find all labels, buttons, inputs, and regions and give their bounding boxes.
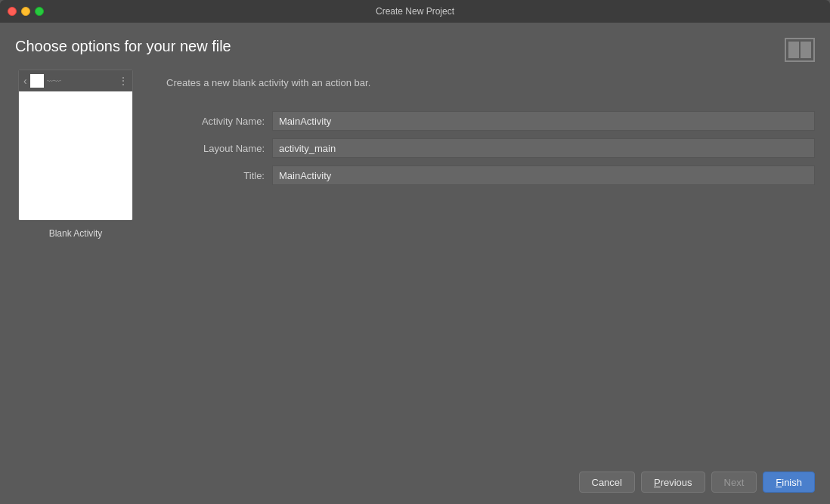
- close-button[interactable]: [8, 7, 17, 16]
- dialog-content: ‹ 〰〰 ⋮ Blank Activity Creates a new blan…: [0, 70, 830, 460]
- maximize-button[interactable]: [35, 7, 44, 16]
- title-bar: Create New Project: [0, 0, 830, 23]
- panel-icon-left: [788, 42, 799, 58]
- next-button[interactable]: Next: [711, 472, 757, 493]
- minimize-button[interactable]: [21, 7, 30, 16]
- panel-toggle-icon[interactable]: [785, 38, 815, 62]
- preview-header: ‹ 〰〰 ⋮: [19, 70, 132, 91]
- form-grid: Activity Name: Layout Name: Title:: [166, 111, 815, 185]
- finish-label: Finish: [776, 477, 802, 488]
- window-title: Create New Project: [376, 6, 454, 17]
- back-icon: ‹: [23, 75, 27, 87]
- dialog-header: Choose options for your new file: [0, 23, 830, 70]
- layout-name-input[interactable]: [272, 138, 815, 158]
- activity-preview: ‹ 〰〰 ⋮: [18, 70, 133, 221]
- activity-type-label: Blank Activity: [49, 228, 103, 239]
- dialog: Choose options for your new file ‹ 〰〰 ⋮ …: [0, 23, 830, 504]
- dots-icon: ⋮: [118, 75, 128, 87]
- left-panel: ‹ 〰〰 ⋮ Blank Activity: [15, 70, 136, 460]
- dialog-footer: Cancel Previous Next Finish: [0, 460, 830, 504]
- title-label: Title:: [166, 170, 265, 181]
- preview-body: [19, 91, 132, 220]
- layout-name-label: Layout Name:: [166, 143, 265, 154]
- preview-white-box: [30, 74, 44, 88]
- squiggle-icon: 〰〰: [47, 77, 115, 85]
- title-input[interactable]: [272, 165, 815, 185]
- right-panel: Creates a new blank activity with an act…: [166, 70, 815, 460]
- panel-icon-right: [801, 42, 811, 58]
- traffic-lights: [8, 7, 44, 16]
- finish-button[interactable]: Finish: [763, 472, 815, 493]
- page-title: Choose options for your new file: [15, 38, 231, 55]
- previous-button[interactable]: Previous: [641, 472, 705, 493]
- description-text: Creates a new blank activity with an act…: [166, 77, 815, 88]
- cancel-button[interactable]: Cancel: [579, 472, 635, 493]
- activity-name-input[interactable]: [272, 111, 815, 131]
- activity-name-label: Activity Name:: [166, 116, 265, 127]
